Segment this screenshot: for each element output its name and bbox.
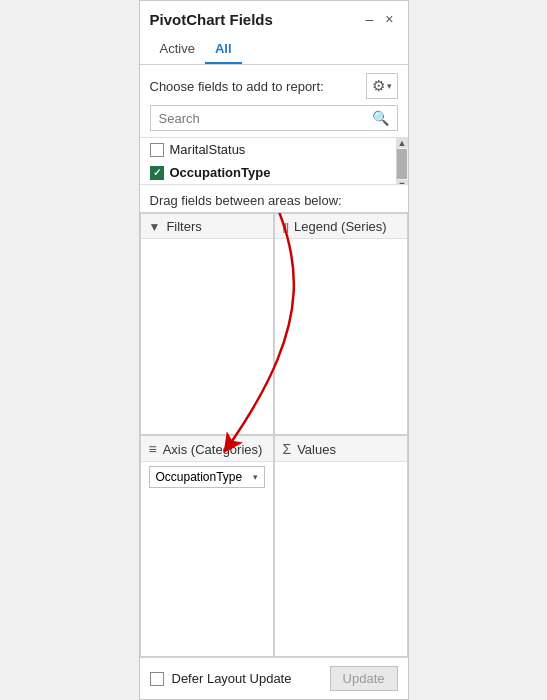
area-legend-header: ||| Legend (Series) [275,214,407,239]
area-legend-label: Legend (Series) [294,219,387,234]
scroll-thumb [397,149,407,179]
gear-icon: ⚙ [372,77,385,95]
tab-all[interactable]: All [205,37,242,64]
bottom-bar: Defer Layout Update Update [140,657,408,699]
field-checkbox-marital[interactable] [150,143,164,157]
filters-icon: ▼ [149,220,161,234]
search-input[interactable] [159,111,372,126]
area-filters-header: ▼ Filters [141,214,273,239]
area-filters-label: Filters [166,219,201,234]
areas-grid: ▼ Filters ||| Legend (Series) ≡ Axis (Ca… [140,212,408,657]
choose-fields-row: Choose fields to add to report: ⚙ ▾ [140,65,408,105]
header-icons: – × [362,9,398,29]
area-values-label: Values [297,442,336,457]
field-item-occupation[interactable]: OccupationType [140,161,408,184]
tab-active[interactable]: Active [150,37,205,64]
axis-icon: ≡ [149,441,157,457]
drag-instruction: Drag fields between areas below: [140,185,408,212]
update-button[interactable]: Update [330,666,398,691]
search-icon: 🔍 [372,110,389,126]
fields-scrollbar[interactable]: ▲ ▼ [396,138,408,184]
area-axis-label: Axis (Categories) [163,442,263,457]
panel-title: PivotChart Fields [150,11,273,28]
field-checkbox-occupation[interactable] [150,166,164,180]
close-button[interactable]: × [381,9,397,29]
tabs-row: Active All [140,33,408,65]
legend-icon: ||| [283,221,289,233]
field-item-marital[interactable]: MaritalStatus [140,138,408,161]
search-row: 🔍 [140,105,408,137]
area-filters: ▼ Filters [140,213,274,435]
area-values-header: Σ Values [275,436,407,462]
fields-list: MaritalStatus OccupationType ▲ ▼ [140,137,408,185]
search-wrapper: 🔍 [150,105,398,131]
panel-header: PivotChart Fields – × [140,1,408,33]
defer-label: Defer Layout Update [172,671,322,686]
area-legend: ||| Legend (Series) [274,213,408,435]
axis-field-tag-label: OccupationType [156,470,243,484]
scroll-up-arrow[interactable]: ▲ [396,138,408,148]
area-axis: ≡ Axis (Categories) OccupationType ▾ [140,435,274,657]
minimize-button[interactable]: – [362,9,378,29]
field-label-marital: MaritalStatus [170,142,246,157]
area-values: Σ Values [274,435,408,657]
choose-fields-label: Choose fields to add to report: [150,79,324,94]
area-filters-content [141,239,273,434]
area-axis-content: OccupationType ▾ [141,462,273,656]
defer-checkbox[interactable] [150,672,164,686]
pivotchart-fields-panel: PivotChart Fields – × Active All Choose … [139,0,409,700]
axis-field-tag-occupation[interactable]: OccupationType ▾ [149,466,265,488]
field-label-occupation: OccupationType [170,165,271,180]
area-legend-content [275,239,407,434]
field-tag-chevron-icon: ▾ [253,472,258,482]
scroll-down-arrow[interactable]: ▼ [396,180,408,185]
values-icon: Σ [283,441,292,457]
area-values-content [275,462,407,656]
area-axis-header: ≡ Axis (Categories) [141,436,273,462]
gear-settings-button[interactable]: ⚙ ▾ [366,73,398,99]
chevron-down-icon: ▾ [387,81,392,91]
